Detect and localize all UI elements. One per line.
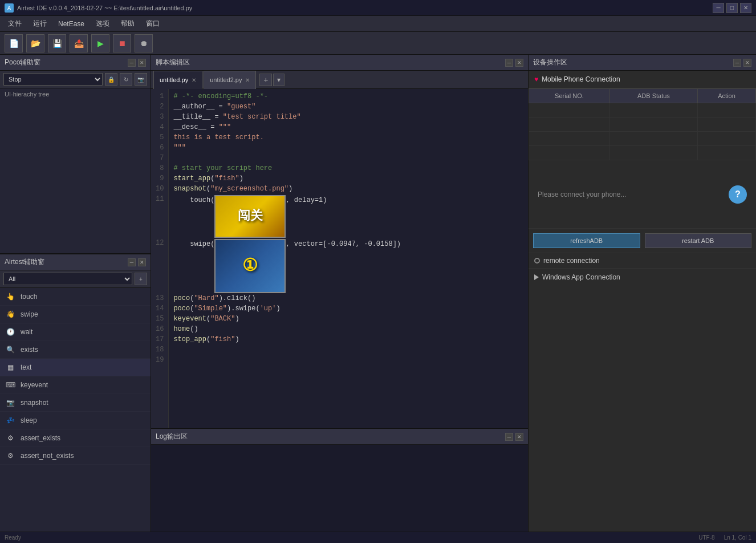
- title-bar: A Airtest IDE v.0.0.4_2018-02-27 ~~ E:\t…: [0, 0, 756, 16]
- log-content: [151, 445, 528, 543]
- menu-window[interactable]: 窗口: [140, 17, 165, 31]
- table-cell-serial-4: [529, 146, 610, 160]
- airtest-item-wait[interactable]: 🕐 wait: [0, 323, 151, 341]
- maximize-button[interactable]: □: [726, 3, 738, 13]
- menu-netease[interactable]: NetEase: [52, 18, 90, 30]
- code-line-2: __author__ = "guest": [173, 102, 523, 112]
- code-line-15: keyevent("BACK"): [173, 314, 523, 324]
- menu-options[interactable]: 选项: [90, 17, 115, 31]
- window-controls: ─ □ ✕: [713, 3, 751, 13]
- airtest-item-text[interactable]: ▦ text: [0, 359, 151, 376]
- tab-untitled-py-close[interactable]: ✕: [192, 77, 196, 83]
- device-close-btn[interactable]: ✕: [743, 59, 751, 67]
- help-button[interactable]: ?: [729, 185, 747, 204]
- save-file-button[interactable]: 💾: [48, 34, 66, 52]
- log-close-btn[interactable]: ✕: [515, 433, 523, 441]
- log-header: Log输出区 ─ ✕: [151, 429, 528, 445]
- menu-file[interactable]: 文件: [2, 17, 27, 31]
- title-text: Airtest IDE v.0.0.4_2018-02-27 ~~ E:\tes…: [17, 5, 192, 11]
- please-connect-text: Please connect your phone...: [538, 191, 626, 198]
- stop-button[interactable]: ⏹: [113, 34, 131, 52]
- phone-placeholder: Please connect your phone... ?: [529, 160, 756, 229]
- table-header-serial: Serial NO.: [529, 89, 610, 103]
- menu-help[interactable]: 帮助: [115, 17, 140, 31]
- right-panel: 设备操作区 ─ ✕ ♥ Mobile Phone Connection Seri…: [528, 55, 756, 543]
- airtest-filter[interactable]: All: [3, 273, 132, 285]
- airtest-item-swipe[interactable]: 👋 swipe: [0, 306, 151, 323]
- airtest-item-snapshot[interactable]: 📷 snapshot: [0, 394, 151, 412]
- ui-hierarchy-tree: UI-hierachy tree: [0, 88, 151, 253]
- minimize-button[interactable]: ─: [713, 3, 724, 13]
- table-cell-adb-4: [609, 146, 697, 160]
- menu-bar: 文件 运行 NetEase 选项 帮助 窗口: [0, 16, 756, 32]
- airtest-item-exists[interactable]: 🔍 exists: [0, 341, 151, 359]
- tab-untitled-py[interactable]: untitled.py ✕: [153, 71, 202, 89]
- airtest-close-btn[interactable]: ✕: [138, 258, 146, 266]
- swipe-image-2: [214, 239, 286, 293]
- main-layout: Poco辅助窗 ─ ✕ Stop 🔒 ↻ 📷 UI-hierachy tree: [0, 55, 756, 543]
- mobile-section-title: Mobile Phone Connection: [542, 75, 620, 83]
- status-line-col: Ln 1, Col 1: [724, 534, 751, 541]
- open-file-button[interactable]: 📂: [26, 34, 44, 52]
- poco-select[interactable]: Stop: [3, 73, 103, 86]
- assert-exists-label: assert_exists: [21, 434, 60, 442]
- mobile-section-header: ♥ Mobile Phone Connection: [529, 71, 756, 88]
- status-bar: Ready UTF-8 Ln 1, Col 1: [0, 532, 756, 543]
- table-cell-action-3: [697, 132, 755, 146]
- menu-run[interactable]: 运行: [27, 17, 52, 31]
- restart-adb-button[interactable]: restart ADB: [645, 233, 752, 248]
- airtest-item-keyevent[interactable]: ⌨ keyevent: [0, 376, 151, 394]
- device-minimize-btn[interactable]: ─: [733, 59, 741, 67]
- log-minimize-btn[interactable]: ─: [505, 433, 513, 441]
- code-line-4: __desc__ = """: [173, 122, 523, 132]
- touch-image-1: [214, 195, 286, 238]
- toolbar: 📄 📂 💾 📤 ▶ ⏹ ⏺: [0, 32, 756, 55]
- poco-lock-btn[interactable]: 🔒: [105, 73, 117, 86]
- windows-app-connection[interactable]: Windows App Connection: [529, 269, 756, 286]
- airtest-item-assert-exists[interactable]: ⚙ assert_exists: [0, 429, 151, 447]
- airtest-add-btn[interactable]: +: [135, 273, 147, 285]
- app-icon: A: [5, 3, 14, 13]
- exists-label: exists: [21, 346, 38, 354]
- line-numbers: 1 2 3 4 5 6 7 8 9 10 11 12 13 14 15 16 1: [151, 89, 169, 428]
- run-button[interactable]: ▶: [91, 34, 109, 52]
- new-file-button[interactable]: 📄: [5, 34, 23, 52]
- editor-close-btn[interactable]: ✕: [515, 59, 523, 67]
- code-line-5: this is a test script.: [173, 132, 523, 143]
- editor-area: 脚本编辑区 ─ ✕ untitled.py ✕ untitled2.py ✕ +…: [151, 55, 528, 429]
- tab-untitled-py-label: untitled.py: [160, 76, 188, 83]
- tab-untitled2-py[interactable]: untitled2.py ✕: [204, 71, 256, 89]
- code-line-14: poco("Simple").swipe('up'): [173, 303, 523, 314]
- code-content[interactable]: # -*- encoding=utf8 -*- __author__ = "gu…: [169, 89, 528, 428]
- poco-close-btn[interactable]: ✕: [138, 59, 146, 67]
- airtest-item-touch[interactable]: 👆 touch: [0, 288, 151, 306]
- table-cell-adb: [609, 103, 697, 117]
- editor-minimize-btn[interactable]: ─: [505, 59, 513, 67]
- airtest-item-assert-not-exists[interactable]: ⚙ assert_not_exists: [0, 447, 151, 465]
- poco-refresh-btn[interactable]: ↻: [120, 73, 132, 86]
- table-cell-adb-2: [609, 117, 697, 132]
- remote-radio[interactable]: [534, 258, 540, 264]
- refresh-adb-button[interactable]: refreshADB: [533, 233, 640, 248]
- tab-untitled2-py-close[interactable]: ✕: [245, 77, 250, 83]
- snapshot-icon: 📷: [5, 397, 16, 408]
- record-button[interactable]: ⏺: [135, 34, 153, 52]
- poco-panel-title: Poco辅助窗: [5, 58, 40, 67]
- export-button[interactable]: 📤: [70, 34, 88, 52]
- poco-minimize-btn[interactable]: ─: [128, 59, 136, 67]
- code-line-19: [173, 355, 523, 365]
- sleep-label: sleep: [21, 416, 37, 424]
- editor-header: 脚本编辑区 ─ ✕: [151, 55, 528, 71]
- keyevent-label: keyevent: [21, 381, 48, 389]
- poco-screenshot-btn[interactable]: 📷: [135, 73, 147, 86]
- table-cell-action-4: [697, 146, 755, 160]
- code-line-3: __title__ = "test script title": [173, 112, 523, 122]
- airtest-minimize-btn[interactable]: ─: [128, 258, 136, 266]
- airtest-item-sleep[interactable]: 💤 sleep: [0, 412, 151, 429]
- close-button[interactable]: ✕: [740, 3, 751, 13]
- code-line-10: snapshot("my_screenshot.png"): [173, 184, 523, 194]
- add-tab-button[interactable]: +: [259, 74, 272, 86]
- text-label: text: [21, 363, 31, 371]
- code-editor[interactable]: 1 2 3 4 5 6 7 8 9 10 11 12 13 14 15 16 1: [151, 89, 528, 428]
- tab-dropdown-button[interactable]: ▾: [273, 74, 284, 86]
